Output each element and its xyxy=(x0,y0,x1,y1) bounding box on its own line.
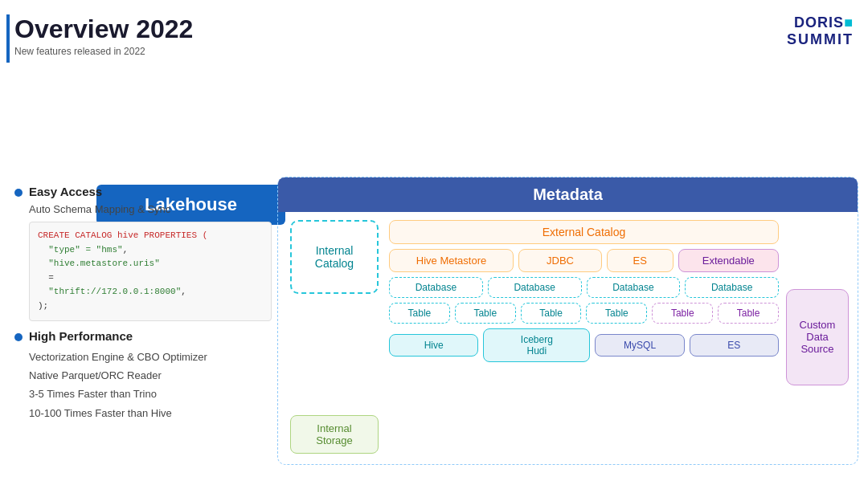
db-box-1: Database xyxy=(389,277,483,298)
high-perf-list: Vectorization Engine & CBO Optimizer Nat… xyxy=(29,348,272,423)
mysql-box: MySQL xyxy=(595,334,684,357)
table-box-5: Table xyxy=(652,303,713,324)
high-performance-section: High Performance Vectorization Engine & … xyxy=(14,329,272,423)
custom-data-source-column: CustomData Source xyxy=(785,220,850,454)
source-row: Hive IcebergHudi MySQL ES xyxy=(389,328,779,362)
code-thrift: "thrift://172.0.0.1:8000" xyxy=(48,287,181,296)
logo-summit-text: SUMMIT xyxy=(787,31,854,48)
hp-item-2: Native Parquet/ORC Reader xyxy=(29,366,272,385)
iceberg-box: IcebergHudi xyxy=(483,328,590,362)
bullet-dot-2 xyxy=(14,333,23,341)
table-box-1: Table xyxy=(389,303,450,324)
page-subtitle: New features released in 2022 xyxy=(14,46,193,57)
easy-access-bullet: Easy Access xyxy=(14,185,272,198)
code-block: CREATE CATALOG hive PROPERTIES ( "type" … xyxy=(29,222,272,321)
high-perf-bullet: High Performance xyxy=(14,329,272,343)
easy-access-sub: Auto Schema Mapping & Sync xyxy=(29,203,272,215)
table-box-6: Table xyxy=(718,303,779,324)
logo: DORIS■ SUMMIT xyxy=(787,14,854,48)
external-catalog-header: External Catalog xyxy=(389,220,779,244)
diagram-body: Internal Catalog Internal Storage Extern… xyxy=(278,212,858,462)
left-content: Easy Access Auto Schema Mapping & Sync C… xyxy=(14,185,272,422)
diagram: Metadata Internal Catalog Internal Stora… xyxy=(277,177,858,465)
external-section: External Catalog Hive Metastore JDBC ES … xyxy=(389,220,850,454)
code-line1: CREATE CATALOG hive PROPERTIES ( xyxy=(38,230,207,240)
internal-storage-box: Internal Storage xyxy=(290,415,379,454)
code-type: "type" = "hms" xyxy=(48,245,122,255)
metadata-header: Metadata xyxy=(278,177,858,212)
logo-doris-text: DORIS■ xyxy=(794,14,854,31)
page-title: Overview 2022 xyxy=(14,14,193,44)
db-box-2: Database xyxy=(488,277,582,298)
hp-item-3: 3-5 Times Faster than Trino xyxy=(29,385,272,403)
custom-data-source-box: CustomData Source xyxy=(786,289,849,385)
jdbc-box: JDBC xyxy=(518,249,602,272)
easy-access-title: Easy Access xyxy=(29,185,102,198)
external-catalog-column: External Catalog Hive Metastore JDBC ES … xyxy=(389,220,779,454)
hp-item-1: Vectorization Engine & CBO Optimizer xyxy=(29,348,272,366)
high-perf-title: High Performance xyxy=(29,329,133,343)
metastore-row: Hive Metastore JDBC ES Extendable xyxy=(389,249,779,272)
extendable-box: Extendable xyxy=(678,249,780,272)
es-source-box: ES xyxy=(690,334,779,357)
hive-source-box: Hive xyxy=(389,334,478,357)
header-bar xyxy=(6,14,10,63)
code-metastore: "hive.metastore.uris" xyxy=(48,259,160,268)
hp-item-4: 10-100 Times Faster than Hive xyxy=(29,404,272,422)
table-row-group: Table Table Table Table Table Table xyxy=(389,303,779,324)
table-box-4: Table xyxy=(586,303,647,324)
internal-catalog-column: Internal Catalog Internal Storage xyxy=(286,220,383,454)
bullet-dot-1 xyxy=(14,189,23,197)
header: Overview 2022 New features released in 2… xyxy=(14,14,193,57)
table-box-2: Table xyxy=(455,303,516,324)
db-box-4: Database xyxy=(685,277,779,298)
db-box-3: Database xyxy=(587,277,681,298)
es-box: ES xyxy=(607,249,674,272)
table-box-3: Table xyxy=(521,303,582,324)
internal-catalog-box: Internal Catalog xyxy=(290,220,379,294)
hive-metastore-box: Hive Metastore xyxy=(389,249,514,272)
database-row: Database Database Database Database xyxy=(389,277,779,298)
